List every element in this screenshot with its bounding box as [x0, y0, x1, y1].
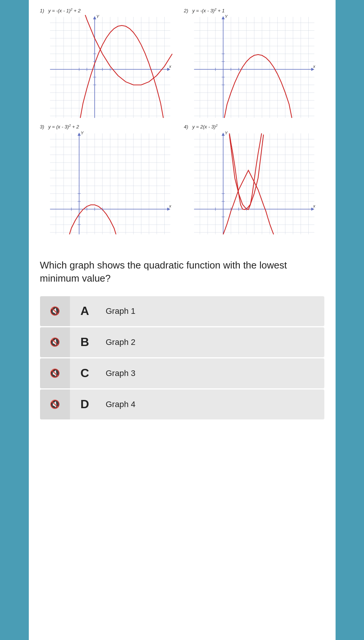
graph-label-1: 1) y = -(x - 1)2 + 2 — [40, 7, 180, 13]
graph-block-2: 2) y = -(x - 3)2 + 1 — [184, 7, 324, 120]
answer-letter-b: B — [70, 327, 100, 357]
answer-text-a: Graph 1 — [100, 296, 324, 326]
mute-icon-c[interactable]: 🔇 — [40, 358, 70, 388]
graph-canvas-3: x Y — [40, 131, 180, 236]
svg-text:Y: Y — [96, 15, 100, 19]
svg-marker-73 — [221, 16, 224, 19]
question-text: Which graph shows the quadratic function… — [40, 259, 324, 285]
answer-row-b[interactable]: 🔇 B Graph 2 — [40, 327, 324, 357]
svg-text:x: x — [169, 204, 172, 208]
answer-text-c: Graph 3 — [100, 358, 324, 388]
answer-letter-c: C — [70, 358, 100, 388]
svg-text:Y: Y — [224, 15, 228, 19]
svg-marker-156 — [221, 133, 224, 136]
answer-letter-a: A — [70, 296, 100, 326]
graph-block-3: 3) y = (x - 3)2 + 2 — [40, 124, 180, 236]
svg-text:x: x — [313, 64, 316, 69]
graph-canvas-1: /* rendered below */ — [40, 15, 180, 120]
graph-canvas-4: x Y — [184, 131, 324, 236]
svg-text:x: x — [169, 64, 172, 69]
graph-label-3: 3) y = (x - 3)2 + 2 — [40, 124, 180, 130]
answer-row-a[interactable]: 🔇 A Graph 1 — [40, 296, 324, 326]
svg-text:x: x — [313, 204, 316, 208]
mute-icon-a[interactable]: 🔇 — [40, 296, 70, 326]
answer-letter-d: D — [70, 389, 100, 419]
answer-row-d[interactable]: 🔇 D Graph 4 — [40, 389, 324, 419]
svg-marker-114 — [77, 133, 80, 136]
svg-text:Y: Y — [224, 131, 228, 135]
question-section: Which graph shows the quadratic function… — [40, 251, 324, 423]
mute-icon-b[interactable]: 🔇 — [40, 327, 70, 357]
answer-options: 🔇 A Graph 1 🔇 B Graph 2 🔇 C Graph 3 🔇 D … — [40, 296, 324, 419]
graph-label-4: 4) y = 2(x - 3)2 — [184, 124, 324, 130]
answer-row-c[interactable]: 🔇 C Graph 3 — [40, 358, 324, 388]
answer-text-b: Graph 2 — [100, 327, 324, 357]
graph-label-2: 2) y = -(x - 3)2 + 1 — [184, 7, 324, 13]
graph-block-1: 1) y = -(x - 1)2 + 2 /* rendered below *… — [40, 7, 180, 120]
answer-text-d: Graph 4 — [100, 389, 324, 419]
graph-block-4: 4) y = 2(x - 3)2 — [184, 124, 324, 236]
svg-marker-31 — [93, 16, 96, 19]
page-container: 1) y = -(x - 1)2 + 2 /* rendered below *… — [29, 0, 336, 640]
graphs-section: 1) y = -(x - 1)2 + 2 /* rendered below *… — [40, 7, 324, 236]
mute-icon-d[interactable]: 🔇 — [40, 389, 70, 419]
graph-canvas-2: x Y — [184, 15, 324, 120]
svg-text:Y: Y — [80, 131, 84, 135]
